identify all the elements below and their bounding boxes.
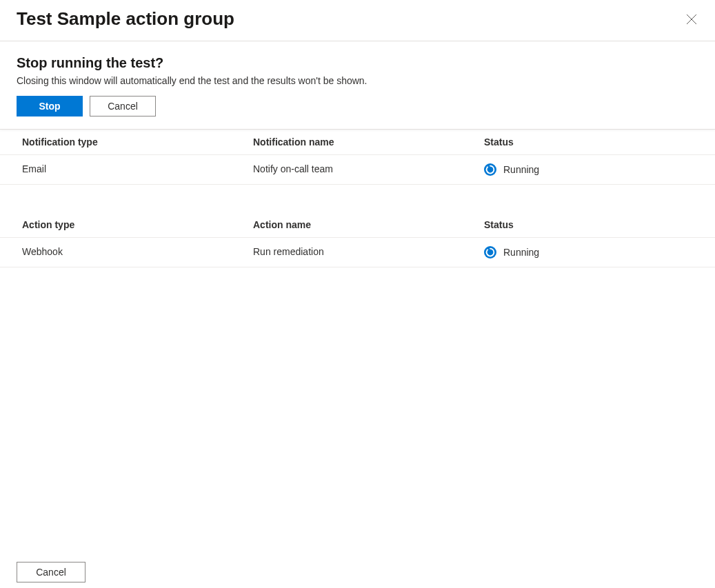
table-row: Email Notify on-call team Running	[0, 155, 715, 185]
column-header-type: Notification type	[22, 136, 253, 148]
action-type-cell: Webhook	[22, 246, 253, 258]
running-icon	[484, 163, 496, 176]
column-header-type: Action type	[22, 219, 253, 230]
footer-cancel-button[interactable]: Cancel	[17, 562, 85, 582]
dialog-buttons: Stop Cancel	[17, 96, 698, 116]
footer: Cancel	[0, 551, 715, 588]
panel-header: Test Sample action group	[0, 0, 715, 41]
page-title: Test Sample action group	[17, 8, 234, 30]
notification-name-cell: Notify on-call team	[253, 163, 484, 176]
table-header: Action type Action name Status	[0, 212, 715, 238]
close-button[interactable]	[685, 12, 698, 26]
dialog-message: Closing this window will automatically e…	[17, 75, 698, 86]
action-status-cell: Running	[484, 246, 708, 258]
notifications-table: Notification type Notification name Stat…	[0, 130, 715, 185]
column-header-status: Status	[484, 219, 708, 230]
notification-status-cell: Running	[484, 163, 708, 176]
table-header: Notification type Notification name Stat…	[0, 130, 715, 155]
dialog-cancel-button[interactable]: Cancel	[90, 96, 156, 116]
actions-table: Action type Action name Status Webhook R…	[0, 212, 715, 267]
column-header-status: Status	[484, 136, 708, 148]
column-header-name: Notification name	[253, 136, 484, 148]
status-label: Running	[503, 247, 539, 258]
dialog-title: Stop running the test?	[17, 55, 698, 71]
action-name-cell: Run remediation	[253, 246, 484, 258]
confirm-dialog: Stop running the test? Closing this wind…	[0, 41, 715, 130]
running-icon	[484, 246, 496, 258]
stop-button[interactable]: Stop	[17, 96, 83, 116]
table-row: Webhook Run remediation Running	[0, 238, 715, 267]
content-area: Notification type Notification name Stat…	[0, 130, 715, 551]
notification-type-cell: Email	[22, 163, 253, 176]
status-label: Running	[503, 164, 539, 175]
close-icon	[686, 14, 697, 25]
column-header-name: Action name	[253, 219, 484, 230]
